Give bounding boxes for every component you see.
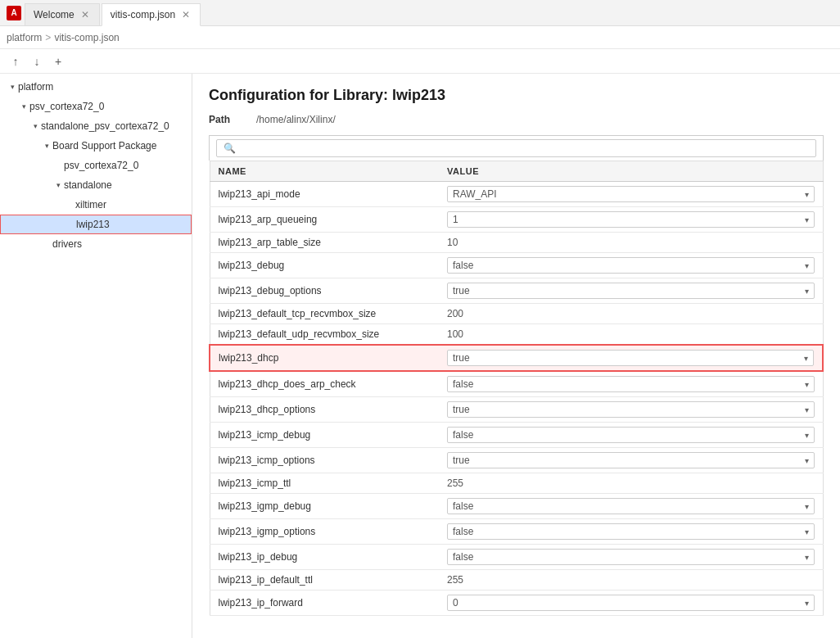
- navigate-down-button[interactable]: ↓: [28, 52, 46, 70]
- row-value-2: 10: [439, 233, 823, 253]
- chevron-icon-4: ▾: [805, 287, 809, 296]
- tab-close-welcome[interactable]: ✕: [79, 9, 91, 20]
- dropdown-value-14: false: [453, 526, 473, 537]
- right-panel: Configuration for Library: lwip213 Path …: [192, 74, 840, 638]
- chevron-icon-15: ▾: [805, 553, 809, 562]
- search-input[interactable]: [239, 143, 809, 154]
- dropdown-3[interactable]: false▾: [447, 257, 815, 274]
- dropdown-value-0: RAW_API: [453, 188, 497, 200]
- table-row: lwip213_ip_forward0▾: [210, 590, 823, 616]
- row-value-0[interactable]: RAW_API▾: [439, 182, 823, 207]
- table-row: lwip213_dhcp_optionstrue▾: [210, 397, 823, 423]
- dropdown-13[interactable]: false▾: [447, 498, 815, 514]
- row-name-5: lwip213_default_tcp_recvmbox_size: [210, 304, 439, 324]
- row-value-9[interactable]: true▾: [439, 397, 823, 423]
- search-box[interactable]: 🔍: [216, 139, 816, 157]
- plain-value-6: 100: [447, 327, 463, 342]
- chevron-icon-8: ▾: [805, 380, 809, 389]
- tree-item-lwip213[interactable]: ▾lwip213: [0, 215, 192, 234]
- tree-item-drivers[interactable]: ▾drivers: [0, 234, 192, 254]
- dropdown-8[interactable]: false▾: [447, 376, 815, 392]
- tree-label-board_support_package: Board Support Package: [52, 140, 156, 152]
- navigate-up-button[interactable]: ↑: [7, 52, 25, 70]
- row-value-1[interactable]: 1▾: [439, 207, 823, 233]
- dropdown-9[interactable]: true▾: [447, 401, 815, 418]
- chevron-icon-14: ▾: [805, 527, 809, 536]
- dropdown-15[interactable]: false▾: [447, 549, 815, 565]
- row-name-17: lwip213_ip_forward: [210, 590, 439, 616]
- tab-vitis-comp[interactable]: vitis-comp.json✕: [102, 3, 201, 26]
- row-name-3: lwip213_debug: [210, 253, 439, 278]
- dropdown-1[interactable]: 1▾: [447, 211, 815, 228]
- path-value: /home/alinx/Xilinx/: [256, 114, 336, 125]
- dropdown-value-7: true: [453, 352, 470, 364]
- plain-value-16: 255: [447, 572, 463, 587]
- col-value: VALUE: [439, 161, 823, 182]
- dropdown-value-17: 0: [453, 597, 458, 609]
- row-value-14[interactable]: false▾: [439, 519, 823, 545]
- row-value-17[interactable]: 0▾: [439, 590, 823, 616]
- row-value-11[interactable]: true▾: [439, 448, 823, 473]
- row-value-7[interactable]: true▾: [439, 345, 823, 371]
- row-value-8[interactable]: false▾: [439, 371, 823, 397]
- row-name-14: lwip213_igmp_options: [210, 519, 439, 545]
- breadcrumb-file[interactable]: vitis-comp.json: [54, 32, 119, 43]
- add-button[interactable]: +: [49, 52, 67, 70]
- dropdown-value-10: false: [453, 429, 473, 441]
- tree-label-standalone_psv_cortexa72_0: standalone_psv_cortexa72_0: [41, 120, 169, 132]
- chevron-icon-3: ▾: [805, 261, 809, 270]
- plain-value-5: 200: [447, 306, 463, 321]
- breadcrumb-platform[interactable]: platform: [7, 32, 42, 43]
- chevron-icon-0: ▾: [805, 190, 809, 199]
- dropdown-value-15: false: [453, 551, 473, 563]
- tab-label-welcome: Welcome: [34, 9, 75, 20]
- tree-item-psv_cortexa72_0_bsp[interactable]: ▾psv_cortexa72_0: [0, 156, 192, 175]
- tree-label-lwip213: lwip213: [76, 219, 110, 230]
- tree-item-board_support_package[interactable]: ▾Board Support Package: [0, 136, 192, 156]
- tree-arrow-psv_cortexa72_0: ▾: [18, 101, 29, 112]
- tab-welcome[interactable]: Welcome✕: [25, 3, 100, 26]
- tree-label-xiltimer: xiltimer: [75, 199, 106, 210]
- dropdown-17[interactable]: 0▾: [447, 595, 815, 611]
- row-value-3[interactable]: false▾: [439, 253, 823, 278]
- chevron-icon-11: ▾: [805, 456, 809, 465]
- row-value-15[interactable]: false▾: [439, 545, 823, 570]
- tree-item-psv_cortexa72_0[interactable]: ▾psv_cortexa72_0: [0, 97, 192, 116]
- tree-item-xiltimer[interactable]: ▾xiltimer: [0, 195, 192, 215]
- tree-item-standalone[interactable]: ▾standalone: [0, 175, 192, 195]
- chevron-icon-13: ▾: [805, 502, 809, 511]
- table-row: lwip213_api_modeRAW_API▾: [210, 182, 823, 207]
- row-value-13[interactable]: false▾: [439, 494, 823, 519]
- chevron-icon-17: ▾: [805, 599, 809, 608]
- path-label: Path: [209, 114, 250, 125]
- row-name-0: lwip213_api_mode: [210, 182, 439, 207]
- search-container: 🔍: [209, 135, 824, 161]
- table-row: lwip213_igmp_debugfalse▾: [210, 494, 823, 519]
- table-row: lwip213_arp_queueing1▾: [210, 207, 823, 233]
- tab-close-vitis-comp[interactable]: ✕: [180, 9, 192, 20]
- tree-arrow-board_support_package: ▾: [41, 140, 52, 152]
- table-row: lwip213_dhcp_does_arp_checkfalse▾: [210, 371, 823, 397]
- row-name-10: lwip213_icmp_debug: [210, 423, 439, 448]
- dropdown-10[interactable]: false▾: [447, 427, 815, 443]
- table-row: lwip213_debug_optionstrue▾: [210, 278, 823, 304]
- row-value-10[interactable]: false▾: [439, 423, 823, 448]
- row-value-6: 100: [439, 324, 823, 346]
- dropdown-7[interactable]: true▾: [447, 350, 814, 366]
- tree-item-platform[interactable]: ▾platform: [0, 77, 192, 97]
- tree-item-standalone_psv_cortexa72_0[interactable]: ▾standalone_psv_cortexa72_0: [0, 116, 192, 136]
- dropdown-4[interactable]: true▾: [447, 283, 815, 299]
- dropdown-14[interactable]: false▾: [447, 523, 815, 540]
- table-row: lwip213_ip_debugfalse▾: [210, 545, 823, 570]
- row-name-8: lwip213_dhcp_does_arp_check: [210, 371, 439, 397]
- dropdown-0[interactable]: RAW_API▾: [447, 186, 815, 202]
- tree-label-psv_cortexa72_0_bsp: psv_cortexa72_0: [64, 160, 138, 171]
- dropdown-value-13: false: [453, 500, 473, 512]
- row-name-2: lwip213_arp_table_size: [210, 233, 439, 253]
- dropdown-value-11: true: [453, 455, 470, 466]
- row-value-4[interactable]: true▾: [439, 278, 823, 304]
- tree-label-psv_cortexa72_0: psv_cortexa72_0: [29, 101, 104, 112]
- row-name-9: lwip213_dhcp_options: [210, 397, 439, 423]
- dropdown-value-4: true: [453, 285, 470, 296]
- dropdown-11[interactable]: true▾: [447, 452, 815, 468]
